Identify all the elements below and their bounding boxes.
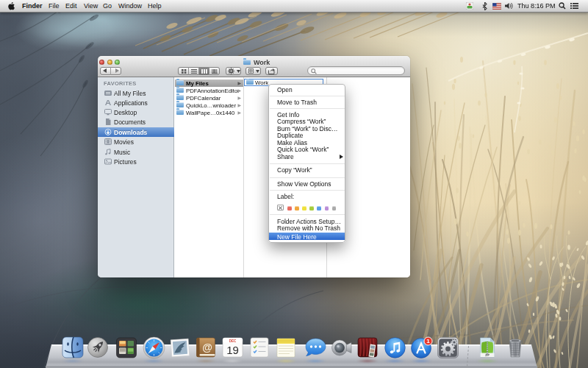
svg-text:@: @ xyxy=(202,342,212,353)
svg-text:DEC: DEC xyxy=(229,339,237,343)
svg-text:1: 1 xyxy=(426,338,430,344)
svg-text:19: 19 xyxy=(226,344,239,356)
svg-text:ZIP: ZIP xyxy=(485,354,490,357)
